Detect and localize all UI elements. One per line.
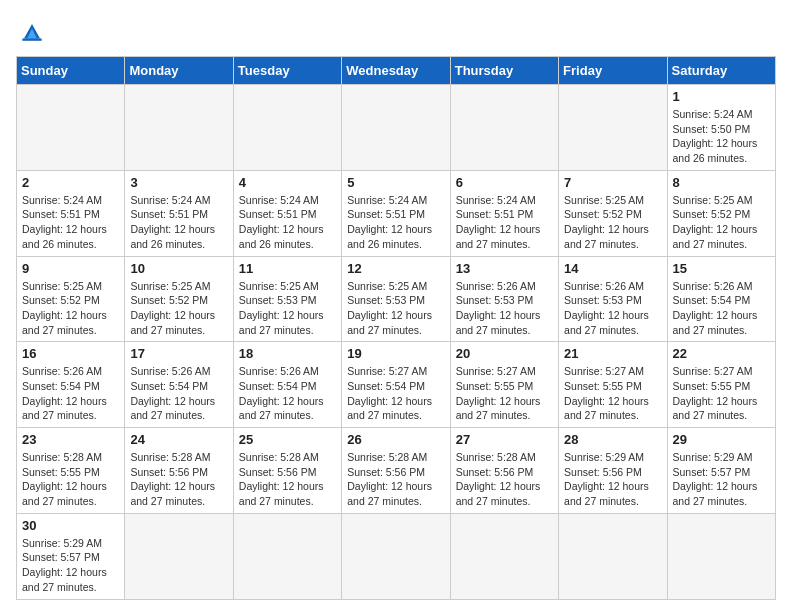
day-info: Sunrise: 5:25 AMSunset: 5:52 PMDaylight:… (22, 279, 119, 338)
day-number: 1 (673, 89, 770, 104)
calendar-day-cell: 5Sunrise: 5:24 AMSunset: 5:51 PMDaylight… (342, 170, 450, 256)
page-header (16, 16, 776, 48)
day-number: 4 (239, 175, 336, 190)
day-number: 8 (673, 175, 770, 190)
calendar-week-row: 2Sunrise: 5:24 AMSunset: 5:51 PMDaylight… (17, 170, 776, 256)
calendar-week-row: 9Sunrise: 5:25 AMSunset: 5:52 PMDaylight… (17, 256, 776, 342)
day-info: Sunrise: 5:24 AMSunset: 5:51 PMDaylight:… (347, 193, 444, 252)
calendar-day-cell (559, 513, 667, 599)
calendar-day-cell: 14Sunrise: 5:26 AMSunset: 5:53 PMDayligh… (559, 256, 667, 342)
calendar-day-cell: 23Sunrise: 5:28 AMSunset: 5:55 PMDayligh… (17, 428, 125, 514)
day-info: Sunrise: 5:29 AMSunset: 5:57 PMDaylight:… (22, 536, 119, 595)
day-info: Sunrise: 5:24 AMSunset: 5:51 PMDaylight:… (130, 193, 227, 252)
calendar-day-cell: 24Sunrise: 5:28 AMSunset: 5:56 PMDayligh… (125, 428, 233, 514)
day-info: Sunrise: 5:29 AMSunset: 5:57 PMDaylight:… (673, 450, 770, 509)
calendar-day-cell: 11Sunrise: 5:25 AMSunset: 5:53 PMDayligh… (233, 256, 341, 342)
calendar-day-cell: 1Sunrise: 5:24 AMSunset: 5:50 PMDaylight… (667, 85, 775, 171)
day-info: Sunrise: 5:24 AMSunset: 5:50 PMDaylight:… (673, 107, 770, 166)
day-info: Sunrise: 5:28 AMSunset: 5:56 PMDaylight:… (456, 450, 553, 509)
calendar-day-cell: 29Sunrise: 5:29 AMSunset: 5:57 PMDayligh… (667, 428, 775, 514)
day-number: 16 (22, 346, 119, 361)
day-info: Sunrise: 5:26 AMSunset: 5:53 PMDaylight:… (564, 279, 661, 338)
day-info: Sunrise: 5:28 AMSunset: 5:55 PMDaylight:… (22, 450, 119, 509)
calendar-day-cell (125, 85, 233, 171)
calendar-week-row: 16Sunrise: 5:26 AMSunset: 5:54 PMDayligh… (17, 342, 776, 428)
weekday-header-row: SundayMondayTuesdayWednesdayThursdayFrid… (17, 57, 776, 85)
calendar-day-cell: 17Sunrise: 5:26 AMSunset: 5:54 PMDayligh… (125, 342, 233, 428)
day-number: 29 (673, 432, 770, 447)
calendar-day-cell (667, 513, 775, 599)
calendar-day-cell (233, 513, 341, 599)
day-info: Sunrise: 5:26 AMSunset: 5:54 PMDaylight:… (673, 279, 770, 338)
calendar-day-cell: 16Sunrise: 5:26 AMSunset: 5:54 PMDayligh… (17, 342, 125, 428)
day-number: 18 (239, 346, 336, 361)
svg-rect-3 (22, 38, 41, 40)
calendar-day-cell (233, 85, 341, 171)
weekday-header-saturday: Saturday (667, 57, 775, 85)
calendar-week-row: 1Sunrise: 5:24 AMSunset: 5:50 PMDaylight… (17, 85, 776, 171)
calendar-day-cell (125, 513, 233, 599)
calendar-day-cell: 22Sunrise: 5:27 AMSunset: 5:55 PMDayligh… (667, 342, 775, 428)
day-number: 11 (239, 261, 336, 276)
calendar-day-cell: 3Sunrise: 5:24 AMSunset: 5:51 PMDaylight… (125, 170, 233, 256)
weekday-header-sunday: Sunday (17, 57, 125, 85)
calendar-day-cell: 30Sunrise: 5:29 AMSunset: 5:57 PMDayligh… (17, 513, 125, 599)
day-number: 22 (673, 346, 770, 361)
day-number: 3 (130, 175, 227, 190)
day-number: 23 (22, 432, 119, 447)
day-number: 24 (130, 432, 227, 447)
day-info: Sunrise: 5:26 AMSunset: 5:54 PMDaylight:… (22, 364, 119, 423)
weekday-header-friday: Friday (559, 57, 667, 85)
day-number: 5 (347, 175, 444, 190)
calendar-day-cell: 12Sunrise: 5:25 AMSunset: 5:53 PMDayligh… (342, 256, 450, 342)
day-info: Sunrise: 5:25 AMSunset: 5:53 PMDaylight:… (239, 279, 336, 338)
calendar-day-cell: 9Sunrise: 5:25 AMSunset: 5:52 PMDaylight… (17, 256, 125, 342)
day-number: 21 (564, 346, 661, 361)
calendar-day-cell: 7Sunrise: 5:25 AMSunset: 5:52 PMDaylight… (559, 170, 667, 256)
calendar-day-cell: 26Sunrise: 5:28 AMSunset: 5:56 PMDayligh… (342, 428, 450, 514)
day-number: 14 (564, 261, 661, 276)
day-number: 20 (456, 346, 553, 361)
calendar-table: SundayMondayTuesdayWednesdayThursdayFrid… (16, 56, 776, 600)
day-info: Sunrise: 5:25 AMSunset: 5:52 PMDaylight:… (564, 193, 661, 252)
day-number: 17 (130, 346, 227, 361)
day-number: 28 (564, 432, 661, 447)
day-info: Sunrise: 5:26 AMSunset: 5:54 PMDaylight:… (239, 364, 336, 423)
day-info: Sunrise: 5:24 AMSunset: 5:51 PMDaylight:… (22, 193, 119, 252)
day-number: 30 (22, 518, 119, 533)
day-number: 19 (347, 346, 444, 361)
day-info: Sunrise: 5:24 AMSunset: 5:51 PMDaylight:… (239, 193, 336, 252)
day-info: Sunrise: 5:28 AMSunset: 5:56 PMDaylight:… (130, 450, 227, 509)
calendar-day-cell: 15Sunrise: 5:26 AMSunset: 5:54 PMDayligh… (667, 256, 775, 342)
calendar-week-row: 23Sunrise: 5:28 AMSunset: 5:55 PMDayligh… (17, 428, 776, 514)
day-info: Sunrise: 5:27 AMSunset: 5:55 PMDaylight:… (456, 364, 553, 423)
calendar-day-cell: 4Sunrise: 5:24 AMSunset: 5:51 PMDaylight… (233, 170, 341, 256)
day-info: Sunrise: 5:25 AMSunset: 5:52 PMDaylight:… (130, 279, 227, 338)
day-number: 6 (456, 175, 553, 190)
calendar-day-cell: 10Sunrise: 5:25 AMSunset: 5:52 PMDayligh… (125, 256, 233, 342)
weekday-header-monday: Monday (125, 57, 233, 85)
calendar-day-cell: 27Sunrise: 5:28 AMSunset: 5:56 PMDayligh… (450, 428, 558, 514)
calendar-day-cell: 28Sunrise: 5:29 AMSunset: 5:56 PMDayligh… (559, 428, 667, 514)
day-info: Sunrise: 5:26 AMSunset: 5:54 PMDaylight:… (130, 364, 227, 423)
calendar-day-cell (17, 85, 125, 171)
calendar-day-cell (342, 85, 450, 171)
calendar-day-cell: 13Sunrise: 5:26 AMSunset: 5:53 PMDayligh… (450, 256, 558, 342)
day-info: Sunrise: 5:27 AMSunset: 5:55 PMDaylight:… (564, 364, 661, 423)
day-info: Sunrise: 5:28 AMSunset: 5:56 PMDaylight:… (347, 450, 444, 509)
day-info: Sunrise: 5:24 AMSunset: 5:51 PMDaylight:… (456, 193, 553, 252)
calendar-day-cell: 19Sunrise: 5:27 AMSunset: 5:54 PMDayligh… (342, 342, 450, 428)
weekday-header-thursday: Thursday (450, 57, 558, 85)
day-number: 9 (22, 261, 119, 276)
calendar-day-cell: 18Sunrise: 5:26 AMSunset: 5:54 PMDayligh… (233, 342, 341, 428)
calendar-day-cell (450, 513, 558, 599)
day-info: Sunrise: 5:27 AMSunset: 5:55 PMDaylight:… (673, 364, 770, 423)
day-info: Sunrise: 5:29 AMSunset: 5:56 PMDaylight:… (564, 450, 661, 509)
day-number: 12 (347, 261, 444, 276)
day-number: 13 (456, 261, 553, 276)
day-number: 25 (239, 432, 336, 447)
calendar-week-row: 30Sunrise: 5:29 AMSunset: 5:57 PMDayligh… (17, 513, 776, 599)
calendar-day-cell: 2Sunrise: 5:24 AMSunset: 5:51 PMDaylight… (17, 170, 125, 256)
day-number: 7 (564, 175, 661, 190)
day-info: Sunrise: 5:28 AMSunset: 5:56 PMDaylight:… (239, 450, 336, 509)
